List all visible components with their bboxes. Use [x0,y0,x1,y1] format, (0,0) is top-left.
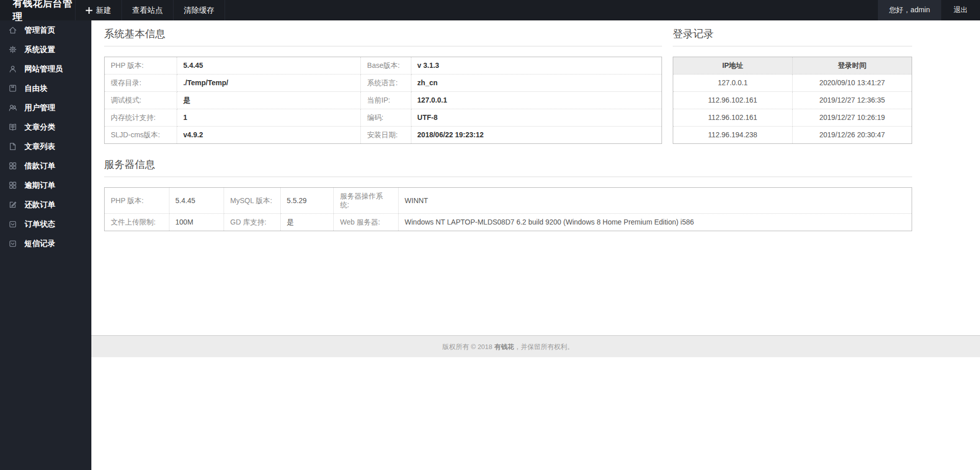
info-value: 5.4.45 [177,57,360,75]
copyright-text: 版权所有 © 2018 [443,343,494,351]
sidebar-item-article-categories[interactable]: 文章分类 [0,117,91,137]
info-value: 5.4.45 [169,188,224,214]
info-value: 是 [280,214,333,231]
topbar: 有钱花后台管理 新建 查看站点 清除缓存 您好，admin 退出 [0,0,980,20]
user-greeting: 您好，admin [878,0,941,20]
info-value: WINNT [398,188,912,214]
system-info-table: PHP 版本: 5.4.45 Base版本: v 3.1.3 缓存目录: ./T… [104,57,662,144]
time-cell: 2019/12/27 12:36:35 [793,92,912,109]
system-info-section: 系统基本信息 PHP 版本: 5.4.45 Base版本: v 3.1.3 缓存… [104,24,662,144]
ip-cell: 112.96.102.161 [673,109,793,127]
info-label: Web 服务器: [334,214,399,231]
info-label: 调试模式: [105,92,177,109]
section-title-server-info: 服务器信息 [104,155,912,177]
info-value: Windows NT LAPTOP-MLDS08D7 6.2 build 920… [398,214,912,231]
main-area: 管理中心 系统基本信息 PHP 版本: 5.4.45 Base版本: v 3.1… [91,0,980,357]
topnav-item-new[interactable]: 新建 [76,0,122,20]
table-row: 缓存目录: ./Temp/Temp/ 系统语言: zh_cn [105,75,662,92]
ip-cell: 112.96.194.238 [673,127,793,144]
info-value: 2018/06/22 19:23:12 [411,127,662,144]
content: 系统基本信息 PHP 版本: 5.4.45 Base版本: v 3.1.3 缓存… [91,18,980,335]
info-value: UTF-8 [411,109,662,127]
server-info-table: PHP 版本: 5.4.45 MySQL 版本: 5.5.29 服务器操作系统:… [104,187,912,231]
info-value: v 3.1.3 [411,57,662,75]
table-row: 文件上传限制: 100M GD 库支持: 是 Web 服务器: Windows … [105,214,912,231]
topnav-item-label: 清除缓存 [184,6,214,15]
info-label: 内存统计支持: [105,109,177,127]
copyright-text: ，并保留所有权利。 [514,343,574,351]
bag-icon [8,219,17,229]
server-info-section: 服务器信息 PHP 版本: 5.4.45 MySQL 版本: 5.5.29 服务… [104,155,912,231]
home-icon [8,26,17,35]
top-navigation: 新建 查看站点 清除缓存 [76,0,225,20]
grid-icon [8,181,17,190]
info-label: 编码: [361,109,411,127]
sidebar-item-site-admins[interactable]: 网站管理员 [0,59,91,79]
section-title-login-log: 登录记录 [673,24,912,46]
logout-button[interactable]: 退出 [941,0,980,20]
table-row: SLJD-cms版本: v4.9.2 安装日期: 2018/06/22 19:2… [105,127,662,144]
topnav-item-label: 查看站点 [132,6,163,15]
ip-cell: 112.96.102.161 [673,92,793,109]
sidebar-item-label: 用户管理 [24,103,55,113]
topnav-item-clear-cache[interactable]: 清除缓存 [174,0,225,20]
footer: 版权所有 © 2018 有钱花，并保留所有权利。 [91,335,980,357]
app-title: 有钱花后台管理 [0,0,76,20]
topnav-item-label: 新建 [96,6,111,15]
grid-icon [8,161,17,170]
sidebar-item-label: 系统设置 [24,45,55,55]
sidebar-item-label: 短信记录 [24,239,55,249]
sidebar-item-label: 还款订单 [24,200,55,210]
sidebar-item-label: 订单状态 [24,219,55,229]
file-icon [8,142,17,151]
info-value: 是 [177,92,360,109]
table-row: 内存统计支持: 1 编码: UTF-8 [105,109,662,127]
sidebar-item-system-settings[interactable]: 系统设置 [0,40,91,59]
time-cell: 2019/12/26 20:30:47 [793,127,912,144]
table-row: 112.96.194.238 2019/12/26 20:30:47 [673,127,912,144]
info-label: PHP 版本: [105,188,169,214]
bag-icon [8,239,17,248]
info-label: Base版本: [361,57,411,75]
info-label: 缓存目录: [105,75,177,92]
sidebar-item-loan-orders[interactable]: 借款订单 [0,156,91,176]
sidebar-item-article-list[interactable]: 文章列表 [0,137,91,156]
info-label: SLJD-cms版本: [105,127,177,144]
user-icon [8,64,17,73]
info-value: ./Temp/Temp/ [177,75,360,92]
info-value: zh_cn [411,75,662,92]
info-label: 系统语言: [361,75,411,92]
table-row: 127.0.0.1 2020/09/10 13:41:27 [673,75,912,92]
info-label: 文件上传限制: [105,214,169,231]
info-label: MySQL 版本: [224,188,281,214]
info-label: 服务器操作系统: [334,188,399,214]
sidebar-item-sms-records[interactable]: 短信记录 [0,234,91,253]
gear-icon [8,45,17,54]
topbar-right: 您好，admin 退出 [878,0,980,20]
column-header-time: 登录时间 [793,57,912,75]
info-label: GD 库支持: [224,214,281,231]
sidebar-item-label: 文章分类 [24,122,55,132]
users-icon [8,103,17,112]
sidebar: 管理首页 系统设置 网站管理员 自由块 用户管理 文章分类 文章列表 借款订单 … [0,20,91,470]
info-value: 5.5.29 [280,188,333,214]
ip-cell: 127.0.0.1 [673,75,793,92]
section-title-system-info: 系统基本信息 [104,24,662,46]
sidebar-item-repayment-orders[interactable]: 还款订单 [0,195,91,214]
sidebar-item-free-blocks[interactable]: 自由块 [0,79,91,98]
table-row: 112.96.102.161 2019/12/27 10:26:19 [673,109,912,127]
sidebar-item-order-status[interactable]: 订单状态 [0,214,91,234]
column-header-ip: IP地址 [673,57,793,75]
sidebar-item-label: 文章列表 [24,142,55,152]
time-cell: 2020/09/10 13:41:27 [793,75,912,92]
plus-icon [86,7,92,14]
topnav-item-view-site[interactable]: 查看站点 [122,0,174,20]
block-bookmark-icon [8,84,17,93]
sidebar-item-user-management[interactable]: 用户管理 [0,98,91,117]
table-row: 112.96.102.161 2019/12/27 12:36:35 [673,92,912,109]
sidebar-item-label: 网站管理员 [24,64,63,74]
sidebar-item-overdue-orders[interactable]: 逾期订单 [0,176,91,195]
sidebar-item-label: 管理首页 [24,26,55,35]
footer-brand: 有钱花 [494,343,514,351]
open-book-icon [8,122,17,132]
